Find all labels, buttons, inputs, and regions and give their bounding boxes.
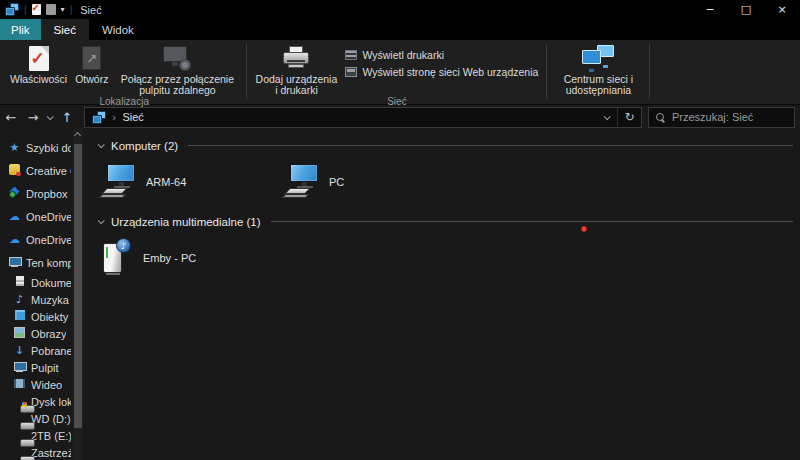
group-header-computer[interactable]: Komputer (2) (98, 135, 795, 156)
media-device-icon: ♪ (100, 238, 134, 278)
desktop-icon (14, 361, 25, 372)
sidebar-item-onedrive-2[interactable]: ☁ OneDrive - (0, 228, 71, 251)
qat-folder-icon[interactable] (46, 4, 56, 15)
sidebar-item-reserved-drive[interactable]: Zastrzeżo (0, 444, 71, 460)
navigation-pane: ★ Szybki dost Creative Cl Dropbox ☁ OneD… (0, 129, 83, 460)
sidebar-item-videos[interactable]: Wideo (0, 376, 71, 393)
collapse-chevron-icon[interactable] (98, 217, 105, 224)
maximize-button[interactable]: □ (728, 0, 764, 19)
tile-label: Emby - PC (143, 252, 196, 264)
computer-icon (100, 162, 137, 202)
sidebar-item-quick-access[interactable]: ★ Szybki dost (0, 136, 71, 159)
open-button[interactable]: Otwórz (71, 41, 112, 85)
sidebar-item-this-pc[interactable]: Ten kompu (0, 251, 71, 274)
onedrive-cloud-icon: ☁ (8, 233, 21, 246)
sidebar-item-downloads[interactable]: ↓ Pobrane (0, 342, 71, 359)
pictures-icon (14, 327, 25, 338)
group-title: Komputer (2) (111, 140, 178, 152)
sidebar-item-label: Obiekty 3 (31, 311, 71, 323)
network-app-icon (5, 3, 19, 16)
sidebar-item-creative-cloud[interactable]: Creative Cl (0, 159, 71, 182)
up-button[interactable]: ↑ (56, 110, 78, 125)
sidebar-item-2tb-drive[interactable]: 2TB (E:) (0, 427, 71, 444)
documents-icon (16, 276, 24, 286)
sidebar-item-label: Muzyka (31, 294, 69, 306)
sidebar-item-label: Obrazy (31, 328, 66, 340)
close-button[interactable]: × (764, 0, 800, 19)
address-bar[interactable]: › Sieć ↻ (84, 107, 642, 128)
button-label: Wyświetl drukarki (362, 49, 444, 61)
group-header-media-devices[interactable]: Urządzenia multimedialne (1) (98, 211, 795, 232)
add-devices-button[interactable]: Dodaj urządzenia i drukarki (251, 41, 341, 96)
sidebar-item-3d-objects[interactable]: Obiekty 3 (0, 308, 71, 325)
view-device-webpage-button[interactable]: Wyświetl stronę sieci Web urządzenia (341, 64, 542, 79)
ribbon-divider (649, 44, 650, 99)
qat-dropdown-icon[interactable]: ▾ (61, 5, 65, 14)
quick-access-star-icon: ★ (8, 141, 21, 154)
sidebar-item-dropbox[interactable]: Dropbox (0, 182, 71, 205)
ribbon-divider (246, 44, 247, 99)
music-icon: ♪ (13, 293, 26, 306)
refresh-icon[interactable]: ↻ (617, 108, 641, 127)
sidebar-item-pictures[interactable]: Obrazy (0, 325, 71, 342)
window-title: Sieć (80, 4, 101, 16)
red-dot-artifact (581, 226, 587, 232)
tile-arm-64[interactable]: ARM-64 (98, 158, 281, 206)
tab-view[interactable]: Widok (89, 19, 147, 40)
sidebar-item-local-disk[interactable]: Dysk loka (0, 393, 71, 410)
tab-file[interactable]: Plik (0, 19, 41, 40)
forward-button[interactable]: → (22, 110, 44, 125)
sidebar-item-onedrive-1[interactable]: ☁ OneDrive - (0, 205, 71, 228)
properties-button[interactable]: Właściwości (6, 41, 71, 85)
breadcrumb-network[interactable]: Sieć (122, 111, 143, 123)
ribbon-group-network-center: Centrum sieci i udostępniania (551, 41, 645, 104)
ribbon-divider (546, 44, 547, 99)
sidebar-scrollbar[interactable] (73, 129, 83, 460)
separator: | (24, 4, 27, 15)
button-label: Właściwości (10, 74, 67, 85)
sidebar-item-label: Dokumen (31, 277, 71, 289)
sidebar-item-label: Zastrzeżo (31, 447, 71, 459)
qat-properties-icon[interactable] (32, 4, 41, 15)
minimize-button[interactable]: − (692, 0, 728, 19)
videos-icon (14, 379, 25, 388)
network-center-icon (582, 45, 614, 72)
search-box[interactable] (648, 107, 795, 128)
open-icon (82, 46, 101, 70)
recent-locations-dropdown[interactable] (44, 115, 54, 120)
search-input[interactable] (672, 111, 787, 123)
network-center-button[interactable]: Centrum sieci i udostępniania (551, 41, 645, 96)
tile-pc[interactable]: PC (281, 158, 464, 206)
group-label-network: Sieć (251, 96, 542, 107)
printers-icon (345, 50, 357, 60)
downloads-icon: ↓ (13, 344, 26, 357)
sidebar-item-label: Pobrane (31, 345, 71, 357)
scrollbar-thumb[interactable] (74, 144, 82, 428)
network-location-icon (92, 111, 106, 124)
remote-desktop-icon (163, 46, 191, 71)
group-divider-line (271, 221, 793, 222)
back-button[interactable]: ← (0, 110, 22, 125)
address-dropdown-icon[interactable] (595, 108, 617, 127)
group-label-location: Lokalizacja (6, 96, 242, 107)
remote-desktop-button[interactable]: Połącz przez połączenie pulpitu zdalnego (112, 41, 242, 96)
ribbon: Właściwości Otwórz Połącz przez połączen… (0, 40, 800, 104)
sidebar-item-label: WD (D:) (31, 413, 71, 425)
add-printer-icon (282, 46, 310, 70)
dropbox-icon (9, 187, 20, 198)
tile-emby-pc[interactable]: ♪ Emby - PC (98, 234, 281, 282)
ribbon-tab-row: Plik Sieć Widok (0, 19, 800, 40)
breadcrumb-separator: › (112, 111, 116, 124)
sidebar-item-documents[interactable]: Dokumen (0, 274, 71, 291)
button-label: Wyświetl stronę sieci Web urządzenia (362, 66, 538, 78)
tab-network[interactable]: Sieć (41, 19, 89, 40)
3d-objects-icon (15, 310, 25, 320)
view-printers-button[interactable]: Wyświetl drukarki (341, 47, 542, 62)
sidebar-item-desktop[interactable]: Pulpit (0, 359, 71, 376)
collapse-chevron-icon[interactable] (98, 141, 105, 148)
properties-icon (29, 46, 49, 71)
ribbon-group-network: Dodaj urządzenia i drukarki Wyświetl dru… (251, 41, 542, 104)
scroll-up-icon[interactable] (74, 132, 81, 139)
sidebar-item-wd-drive[interactable]: WD (D:) (0, 410, 71, 427)
sidebar-item-music[interactable]: ♪ Muzyka (0, 291, 71, 308)
